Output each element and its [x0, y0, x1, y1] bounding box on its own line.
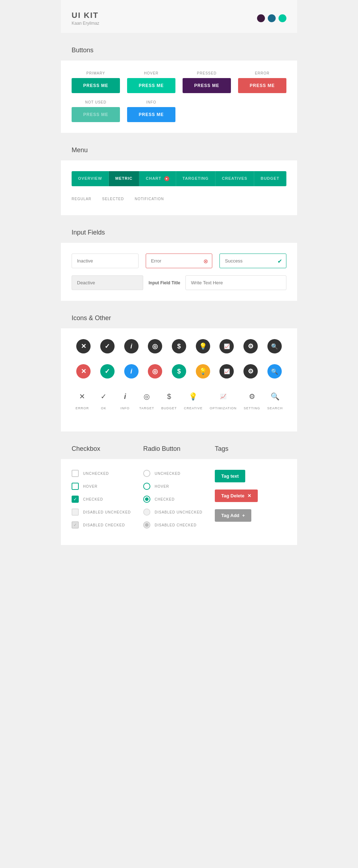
button-grid-secondary: NOT USED PRESS ME INFO PRESS ME	[72, 100, 286, 122]
search-icon-label: SEARCH	[267, 406, 283, 410]
menu-tabs: OVERVIEW METRIC CHART ● TARGETING CREATI…	[72, 171, 286, 186]
input-field-label: Input Field Title	[149, 280, 180, 285]
tag-add-icon: +	[242, 513, 245, 518]
input-inactive-wrapper	[72, 254, 139, 268]
menu-tab-metric[interactable]: METRIC	[109, 171, 139, 186]
checkbox-checked-box[interactable]: ✓	[72, 496, 79, 503]
tag-add[interactable]: Tag Add +	[215, 509, 251, 522]
optimization-dark-icon: 📈	[219, 339, 234, 353]
icon-item-optimization: 📈 OPTIMIZATION	[210, 389, 237, 410]
creative-icon-label: CREATIVE	[184, 406, 203, 410]
btn-label-pressed: PRESSED	[197, 71, 217, 75]
icon-item-info: i INFO	[118, 389, 132, 410]
radio-unchecked: UNCHECKED	[143, 470, 215, 477]
menu-tab-creatives[interactable]: CREATIVES	[216, 171, 254, 186]
radio-hover-label: HOVER	[155, 484, 169, 488]
radio-hover-circle[interactable]	[143, 483, 150, 490]
radio-checked-circle[interactable]	[143, 496, 150, 503]
btn-label-info: INFO	[146, 100, 156, 104]
input-success[interactable]	[219, 254, 286, 268]
radio-disabled-checked: DISABLED CHECKED	[143, 521, 215, 529]
ok-plain-icon: ✓	[97, 389, 111, 404]
tag-text-wrapper: Tag text	[215, 470, 286, 486]
header: UI KIT Kaan Eryilmaz	[61, 0, 297, 33]
input-error-icon: ⊗	[203, 257, 208, 264]
tag-delete[interactable]: Tag Delete ✕	[215, 490, 258, 502]
menu-tab-targeting[interactable]: TARGETING	[176, 171, 216, 186]
checkbox-unchecked-box[interactable]	[72, 470, 79, 477]
tag-text[interactable]: Tag text	[215, 470, 245, 482]
target-plain-icon: ◎	[140, 389, 154, 404]
tag-add-label: Tag Add	[221, 513, 240, 518]
bottom-section-header: Checkbox Radio Button Tags	[61, 439, 297, 459]
btn-primary[interactable]: PRESS ME	[72, 78, 120, 93]
checkbox-unchecked-label: UNCHECKED	[83, 472, 109, 476]
btn-info[interactable]: PRESS ME	[127, 107, 175, 122]
menu-state-regular: REGULAR	[72, 197, 91, 201]
icon-item-ok: ✓ OK	[97, 389, 111, 410]
optimization-color-icon: 📈	[219, 364, 234, 378]
btn-pressed[interactable]: PRESS ME	[183, 78, 231, 93]
budget-dark-icon: $	[172, 339, 186, 353]
menu-states: REGULAR SELECTED NOTIFICATION	[72, 193, 286, 204]
btn-error[interactable]: PRESS ME	[238, 78, 286, 93]
btn-notused[interactable]: PRESS ME	[72, 107, 120, 122]
inputs-section-title: Input Fields	[61, 222, 297, 243]
btn-label-hover: HOVER	[144, 71, 159, 75]
icons-color-row: ✕ ✓ i ◎ $ 💡 📈 ⚙ 🔍	[72, 364, 286, 378]
icons-plain-row: ✕ ERROR ✓ OK i INFO ◎ TARGET $ BUDGET 💡 …	[72, 389, 286, 410]
setting-plain-icon: ⚙	[245, 389, 259, 404]
radio-checked-label: CHECKED	[155, 497, 175, 501]
btn-group-info: INFO PRESS ME	[127, 100, 175, 122]
menu-tab-budget[interactable]: BUDGET	[254, 171, 286, 186]
menu-tab-settings[interactable]: SETTINGS	[286, 171, 286, 186]
radio-unchecked-circle[interactable]	[143, 470, 150, 477]
icons-section-body: ✕ ✓ i ◎ $ 💡 📈 ⚙ 🔍 ✕ ✓ i ◎ $ 💡 📈 ⚙ 🔍 ✕ E	[61, 328, 297, 431]
info-dark-icon: i	[124, 339, 139, 353]
radio-checked: CHECKED	[143, 496, 215, 503]
menu-tab-overview[interactable]: OVERVIEW	[72, 171, 109, 186]
icon-item-setting: ⚙ SETTING	[244, 389, 260, 410]
target-color-icon: ◎	[148, 364, 162, 378]
checkbox-hover-label: HOVER	[83, 484, 98, 488]
checkbox-section-title: Checkbox	[72, 445, 143, 453]
input-inactive[interactable]	[72, 254, 139, 268]
btn-group-primary: PRIMARY PRESS ME	[72, 71, 120, 93]
btn-group-notused: NOT USED PRESS ME	[72, 100, 120, 122]
radio-hover: HOVER	[143, 483, 215, 490]
radio-section-title: Radio Button	[143, 445, 215, 453]
creative-color-icon: 💡	[196, 364, 210, 378]
header-branding: UI KIT Kaan Eryilmaz	[72, 11, 99, 26]
bottom-grid: UNCHECKED HOVER ✓ CHECKED DISABLED UNCHE…	[61, 459, 297, 545]
optimization-icon-label: OPTIMIZATION	[210, 406, 237, 410]
creative-dark-icon: 💡	[196, 339, 210, 353]
search-plain-icon: 🔍	[268, 389, 282, 404]
menu-tab-chart[interactable]: CHART ●	[139, 171, 176, 186]
btn-hover[interactable]: PRESS ME	[127, 78, 175, 93]
info-plain-icon: i	[118, 389, 132, 404]
icon-item-creative: 💡 CREATIVE	[184, 389, 203, 410]
budget-color-icon: $	[172, 364, 186, 378]
target-dark-icon: ◎	[148, 339, 162, 353]
inputs-section-body: ⊗ ✔ Input Field Title	[61, 243, 297, 301]
checkbox-disabled-unchecked-box	[72, 508, 79, 516]
inputs-section: Input Fields ⊗ ✔ Input Field Title	[61, 222, 297, 301]
chart-notif-badge: ●	[164, 176, 169, 181]
info-color-icon: i	[124, 364, 139, 378]
tag-add-wrapper: Tag Add +	[215, 509, 286, 525]
checkbox-disabled-unchecked-label: DISABLED UNCHECKED	[83, 510, 131, 514]
buttons-section: Buttons PRIMARY PRESS ME HOVER PRESS ME …	[61, 40, 297, 133]
checkbox-disabled-checked: ✓ DISABLED CHECKED	[72, 521, 143, 529]
menu-section-body: OVERVIEW METRIC CHART ● TARGETING CREATI…	[61, 160, 297, 215]
error-dark-icon: ✕	[76, 339, 91, 353]
checkbox-checked-label: CHECKED	[83, 497, 103, 501]
checkbox-hover-box[interactable]	[72, 483, 79, 490]
btn-group-pressed: PRESSED PRESS ME	[183, 71, 231, 93]
input-error[interactable]	[146, 254, 213, 268]
input-labeled[interactable]	[185, 275, 286, 290]
icons-section-title: Icons & Other	[61, 308, 297, 328]
radio-disabled-unchecked: DISABLED UNCHECKED	[143, 508, 215, 516]
dot-blue	[268, 14, 276, 22]
tag-delete-wrapper: Tag Delete ✕	[215, 490, 286, 506]
bottom-section: Checkbox Radio Button Tags UNCHECKED HOV…	[61, 439, 297, 545]
